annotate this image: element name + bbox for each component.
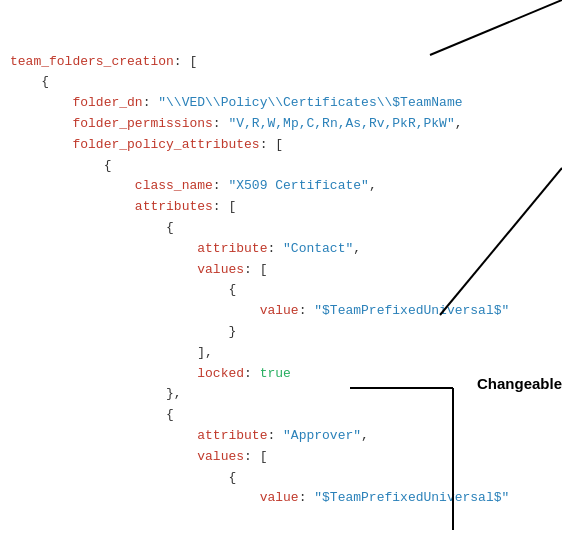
code-key: folder_permissions xyxy=(72,116,212,131)
code-punct: : xyxy=(299,303,315,318)
code-punct: : [ xyxy=(213,199,236,214)
code-punct: : xyxy=(267,241,283,256)
code-key: folder_dn xyxy=(72,95,142,110)
code-line: attributes: [ xyxy=(10,197,562,218)
code-line: folder_permissions: "V,R,W,Mp,C,Rn,As,Rv… xyxy=(10,114,562,135)
code-key: attribute xyxy=(197,428,267,443)
code-line: ], xyxy=(10,343,562,364)
code-line: attribute: "Contact", xyxy=(10,239,562,260)
code-line: { xyxy=(10,280,562,301)
code-punct: { xyxy=(166,220,174,235)
code-bool: true xyxy=(260,366,291,381)
code-key: team_folders_creation xyxy=(10,54,174,69)
code-string: "$TeamPrefixedUniversal$" xyxy=(314,490,509,505)
code-punct: : [ xyxy=(244,262,267,277)
code-key: values xyxy=(197,449,244,464)
code-line: class_name: "X509 Certificate", xyxy=(10,176,562,197)
code-punct: { xyxy=(166,407,174,422)
code-punct: { xyxy=(104,158,112,173)
code-line: { xyxy=(10,405,562,426)
code-punct: , xyxy=(361,428,369,443)
code-punct: : xyxy=(143,95,159,110)
code-string: "X509 Certificate" xyxy=(228,178,368,193)
code-punct: : xyxy=(213,116,229,131)
code-punct: , xyxy=(353,241,361,256)
code-punct: ], xyxy=(197,345,213,360)
code-punct: , xyxy=(455,116,463,131)
code-punct: : [ xyxy=(174,54,197,69)
code-punct: { xyxy=(228,470,236,485)
code-string: "Approver" xyxy=(283,428,361,443)
code-line: value: "$TeamPrefixedUniversal$" xyxy=(10,488,562,509)
code-key: class_name xyxy=(135,178,213,193)
code-key: locked xyxy=(197,366,244,381)
code-punct: : [ xyxy=(260,137,283,152)
code-punct: : xyxy=(267,428,283,443)
code-line: values: [ xyxy=(10,447,562,468)
code-string: "V,R,W,Mp,C,Rn,As,Rv,PkR,PkW" xyxy=(228,116,454,131)
code-line: folder_policy_attributes: [ xyxy=(10,135,562,156)
code-line: attribute: "Approver", xyxy=(10,426,562,447)
code-key: value xyxy=(260,490,299,505)
code-punct: } xyxy=(228,324,236,339)
code-line: { xyxy=(10,218,562,239)
code-punct: }, xyxy=(166,386,182,401)
code-line: { xyxy=(10,156,562,177)
code-key: value xyxy=(260,303,299,318)
code-line: value: "$TeamPrefixedUniversal$" xyxy=(10,301,562,322)
code-punct: : xyxy=(244,366,260,381)
code-punct: : xyxy=(213,178,229,193)
code-key: attribute xyxy=(197,241,267,256)
code-key: attributes xyxy=(135,199,213,214)
code-line: values: [ xyxy=(10,260,562,281)
code-line: } xyxy=(10,322,562,343)
code-punct: { xyxy=(228,282,236,297)
code-string: "$TeamPrefixedUniversal$" xyxy=(314,303,509,318)
code-line: folder_dn: "\\VED\\Policy\\Certificates\… xyxy=(10,93,562,114)
code-string: "\\VED\\Policy\\Certificates\\$TeamName xyxy=(158,95,462,110)
code-line: { xyxy=(10,72,562,93)
code-key: folder_policy_attributes xyxy=(72,137,259,152)
code-punct: { xyxy=(41,74,49,89)
code-line: { xyxy=(10,468,562,489)
code-key: values xyxy=(197,262,244,277)
changeable-annotation: Changeable xyxy=(473,375,562,392)
code-punct: : [ xyxy=(244,449,267,464)
code-line: team_folders_creation: [ xyxy=(10,52,562,73)
code-string: "Contact" xyxy=(283,241,353,256)
code-block: team_folders_creation: [ { folder_dn: "\… xyxy=(0,0,562,553)
code-punct: : xyxy=(299,490,315,505)
code-punct: , xyxy=(369,178,377,193)
